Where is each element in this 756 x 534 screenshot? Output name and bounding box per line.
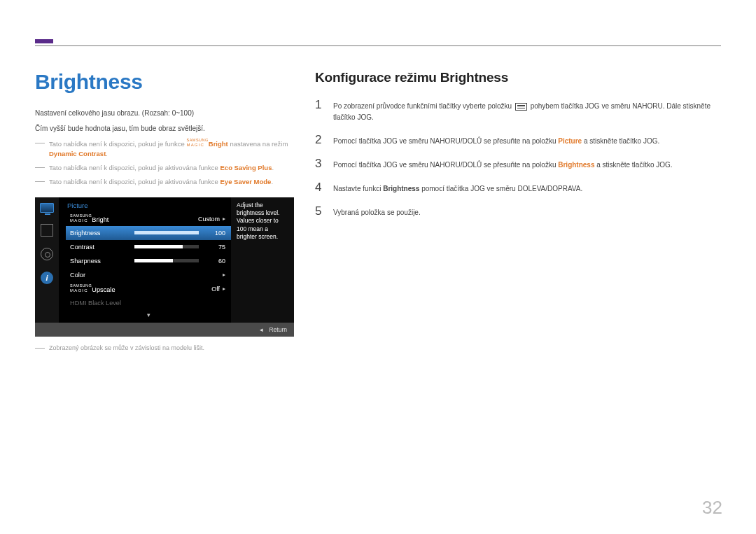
osd-label-brightness: Brightness [70,230,134,237]
monitor-icon [40,203,54,213]
step-4-a: Nastavte funkci [333,185,383,192]
step-4: 4 Nastavte funkci Brightness pomocí tlač… [315,181,721,195]
osd-val-magic-upscale: Off [211,286,220,293]
step-num-5: 5 [315,204,322,218]
page-number: 32 [702,497,722,519]
step-1-a: Po zobrazení průvodce funkčními tlačítky… [333,102,514,110]
magic-bright-label: Bright [209,140,228,148]
desc-line-2: Čím vyšší bude hodnota jasu, tím bude ob… [35,123,301,134]
step-num-1: 1 [315,98,322,123]
step-3: 3 Pomocí tlačítka JOG ve směru NAHORU/DO… [315,157,721,171]
header-rule [35,45,721,46]
osd-sidebar: i [35,197,59,323]
note-1-mid: nastavena na režim [228,140,288,148]
dash-icon [35,167,45,168]
square-icon [41,224,53,237]
samsung-magic-label: SAMSUNGMAGIC [70,214,92,223]
osd-row-color: Color ▸ [66,268,231,282]
dash-icon [35,348,45,349]
osd-main: Picture SAMSUNGMAGICBright Custom ▸ Brig… [59,197,231,323]
step-5: 5 Vybraná položka se použije. [315,204,721,218]
step-num-3: 3 [315,157,322,171]
osd-bright-suffix: Bright [92,216,108,223]
osd-label-color: Color [70,272,134,279]
step-3-b: a stiskněte tlačítko JOG. [594,161,672,169]
osd-val-brightness: 100 [206,230,225,237]
osd-body: i Picture SAMSUNGMAGICBright Custom ▸ Br… [35,197,294,323]
chevron-right-icon: ▸ [223,216,225,222]
step-text-4: Nastavte funkci Brightness pomocí tlačít… [333,181,582,195]
note-1-dot: . [106,150,108,157]
step-2-a: Pomocí tlačítka JOG ve směru NAHORU/DOLŮ… [333,137,558,145]
step-2: 2 Pomocí tlačítka JOG ve směru NAHORU/DO… [315,133,721,147]
caption-text: Zobrazený obrázek se může v závislosti n… [49,344,204,353]
picture-label: Picture [558,137,582,145]
note-1-pre: Tato nabídka není k dispozici, pokud je … [49,140,186,148]
samsung-magic-label: SAMSUNGMAGIC [186,139,208,147]
osd-slider-contrast [134,245,199,248]
menu-icon [515,103,527,111]
osd-label-magic-bright: SAMSUNGMAGICBright [70,214,134,223]
osd-screenshot: i Picture SAMSUNGMAGICBright Custom ▸ Br… [35,197,294,337]
note-3: Tato nabídka není k dispozici, pokud je … [35,177,301,187]
eco-saving-plus-label: Eco Saving Plus [220,164,272,171]
osd-row-magic-upscale: SAMSUNGMAGICUpscale Off ▸ [66,282,231,296]
osd-slider-sharpness [134,259,199,262]
eye-saver-mode-label: Eye Saver Mode [220,178,272,185]
footer-arrow-icon: ◂ [260,326,263,333]
page-title: Brightness [35,70,301,94]
osd-slider-brightness [134,231,199,234]
dash-icon [35,181,45,182]
osd-menu-title: Picture [66,202,231,209]
step-1: 1 Po zobrazení průvodce funkčními tlačít… [315,98,721,123]
osd-footer: ◂ Return [35,323,294,337]
osd-val-sharpness: 60 [206,258,225,265]
step-num-4: 4 [315,181,322,195]
left-column: Brightness Nastavení celkového jasu obra… [35,70,301,353]
osd-row-contrast: Contrast 75 [66,240,231,254]
note-3-dot: . [271,178,273,185]
chevron-down-icon: ▾ [66,311,231,318]
step-4-b: pomocí tlačítka JOG ve směru DOLEVA/DOPR… [419,185,582,192]
brightness-bold: Brightness [383,185,419,192]
osd-upscale-suffix: Upscale [92,286,115,293]
step-text-1: Po zobrazení průvodce funkčními tlačítky… [333,98,721,123]
osd-row-brightness: Brightness 100 [66,226,231,240]
note-3-pre: Tato nabídka není k dispozici, pokud je … [49,178,220,185]
note-2-dot: . [272,164,274,171]
gear-icon [41,248,53,260]
osd-val-magic-bright: Custom [198,216,220,223]
note-2-pre: Tato nabídka není k dispozici, pokud je … [49,164,220,171]
note-1: Tato nabídka není k dispozici, pokud je … [35,139,301,159]
step-3-a: Pomocí tlačítka JOG ve směru NAHORU/DOLŮ… [333,161,558,169]
note-1-text: Tato nabídka není k dispozici, pokud je … [49,139,301,159]
step-text-3: Pomocí tlačítka JOG ve směru NAHORU/DOLŮ… [333,157,673,171]
osd-val-contrast: 75 [206,244,225,251]
samsung-magic-label: SAMSUNGMAGIC [70,284,92,293]
caption: Zobrazený obrázek se může v závislosti n… [35,344,301,353]
osd-tooltip: Adjust the brightness level. Values clos… [231,197,294,323]
chevron-right-icon: ▸ [223,272,225,278]
osd-row-sharpness: Sharpness 60 [66,254,231,268]
dash-icon [35,143,45,143]
osd-label-magic-upscale: SAMSUNGMAGICUpscale [70,284,134,293]
brightness-label: Brightness [558,161,594,169]
step-num-2: 2 [315,133,322,147]
note-2: Tato nabídka není k dispozici, pokud je … [35,163,301,173]
osd-row-hdmi-black: HDMI Black Level [66,296,231,310]
desc-line-1: Nastavení celkového jasu obrazu. (Rozsah… [35,108,301,119]
osd-label-sharpness: Sharpness [70,258,134,265]
section-title: Konfigurace režimu Brightness [315,70,721,85]
note-3-text: Tato nabídka není k dispozici, pokud je … [49,177,273,187]
right-column: Konfigurace režimu Brightness 1 Po zobra… [315,70,721,228]
step-text-2: Pomocí tlačítka JOG ve směru NAHORU/DOLŮ… [333,133,659,147]
osd-label-contrast: Contrast [70,244,134,251]
footer-return-label: Return [269,326,287,333]
chevron-right-icon: ▸ [223,286,225,292]
step-text-5: Vybraná položka se použije. [333,204,421,218]
osd-row-magic-bright: SAMSUNGMAGICBright Custom ▸ [66,212,231,226]
note-2-text: Tato nabídka není k dispozici, pokud je … [49,163,274,173]
dynamic-contrast-label: Dynamic Contrast [49,150,106,157]
step-2-b: a stiskněte tlačítko JOG. [582,137,659,145]
osd-label-hdmi-black: HDMI Black Level [70,300,168,307]
